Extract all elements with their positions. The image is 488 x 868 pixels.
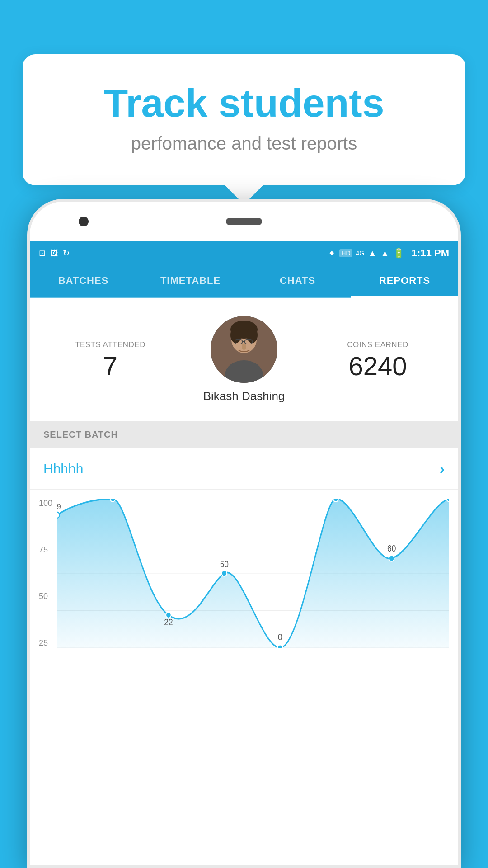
batch-name: Hhhhh <box>43 461 83 476</box>
chart-label-50: 50 <box>220 559 229 569</box>
tests-attended-value: 7 <box>43 353 177 379</box>
coins-earned-label: COINS EARNED <box>311 340 445 349</box>
avatar-container: Bikash Dashing <box>177 316 311 403</box>
tab-reports[interactable]: REPORTS <box>351 265 458 297</box>
select-batch-header: SELECT BATCH <box>30 421 458 448</box>
tab-timetable[interactable]: TIMETABLE <box>137 265 244 297</box>
status-bar-right-icons: ✦ HD 4G ▲ ▲ 🔋 1:11 PM <box>328 247 449 259</box>
tab-chats[interactable]: CHATS <box>244 265 351 297</box>
phone-top-bar <box>30 202 458 241</box>
tests-attended-label: TESTS ATTENDED <box>43 340 177 349</box>
y-label-50: 50 <box>39 592 52 601</box>
profile-section: TESTS ATTENDED 7 <box>30 298 458 421</box>
tab-batches[interactable]: BATCHES <box>30 265 137 297</box>
4g-icon: 4G <box>356 250 365 257</box>
chart-point-5 <box>333 499 338 502</box>
image-icon: 🖼 <box>50 249 58 258</box>
battery-icon: 🔋 <box>393 248 404 259</box>
phone-inner: ⊡ 🖼 ↻ ✦ HD 4G ▲ ▲ 🔋 1:11 PM BATCHES TIME… <box>30 202 458 865</box>
coins-earned-value: 6240 <box>311 353 445 379</box>
select-batch-label: SELECT BATCH <box>43 429 118 439</box>
chart-label-22: 22 <box>164 617 173 627</box>
sync-icon: ↻ <box>63 248 70 258</box>
chart-point-4 <box>277 645 283 648</box>
chart-container: 100 75 50 25 <box>39 499 449 661</box>
chart-label-60: 60 <box>387 543 396 553</box>
chart-y-labels: 100 75 50 25 <box>39 499 52 661</box>
status-bar: ⊡ 🖼 ↻ ✦ HD 4G ▲ ▲ 🔋 1:11 PM <box>30 241 458 265</box>
batch-row[interactable]: Hhhhh › <box>30 448 458 490</box>
y-label-25: 25 <box>39 638 52 648</box>
line-chart-svg: 89 100 22 50 0 100 60 100 <box>57 499 449 648</box>
tooltip-title: Track students <box>54 81 434 125</box>
chart-area: 100 75 50 25 <box>30 490 458 661</box>
hd-icon: HD <box>339 249 352 257</box>
tests-attended-block: TESTS ATTENDED 7 <box>43 340 177 379</box>
earpiece <box>226 218 262 225</box>
tooltip-subtitle: perfomance and test reports <box>54 133 434 154</box>
chevron-right-icon: › <box>440 460 445 477</box>
y-label-75: 75 <box>39 545 52 555</box>
avatar-image <box>211 316 277 383</box>
notification-icon: ⊡ <box>39 248 46 258</box>
chart-point-0 <box>57 512 60 518</box>
bluetooth-icon: ✦ <box>328 248 336 259</box>
status-time: 1:11 PM <box>412 247 449 259</box>
signal-icon-1: ▲ <box>368 248 377 259</box>
chart-label-89: 89 <box>57 502 61 511</box>
nav-tabs: BATCHES TIMETABLE CHATS REPORTS <box>30 265 458 298</box>
signal-icon-2: ▲ <box>380 248 389 259</box>
coins-earned-block: COINS EARNED 6240 <box>311 340 445 379</box>
svg-point-3 <box>230 327 241 343</box>
tooltip-card: Track students perfomance and test repor… <box>23 54 465 185</box>
avatar-name: Bikash Dashing <box>203 389 285 403</box>
status-bar-left-icons: ⊡ 🖼 ↻ <box>39 248 328 258</box>
front-camera-icon <box>79 217 89 226</box>
phone-container: ⊡ 🖼 ↻ ✦ HD 4G ▲ ▲ 🔋 1:11 PM BATCHES TIME… <box>27 199 461 868</box>
chart-point-3 <box>222 570 227 576</box>
svg-point-8 <box>242 344 246 350</box>
y-label-100: 100 <box>39 499 52 508</box>
avatar <box>211 316 277 383</box>
chart-point-6 <box>389 555 394 561</box>
chart-point-1 <box>110 499 116 502</box>
chart-label-0: 0 <box>278 632 282 642</box>
